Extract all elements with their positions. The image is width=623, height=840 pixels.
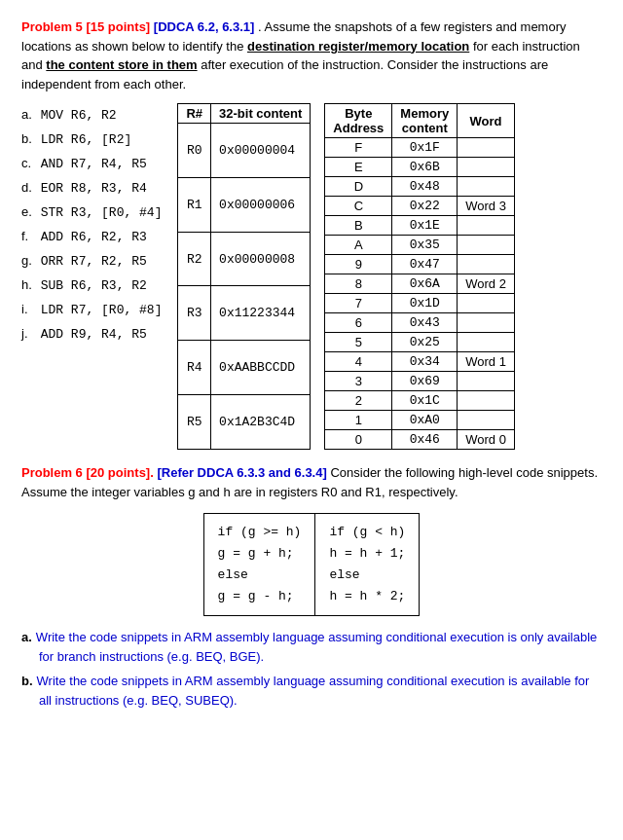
register-table-row: R00x00000004	[178, 124, 311, 178]
tables-area: R#32-bit contentR00x00000004R10x00000006…	[177, 103, 602, 450]
memory-table-cell	[458, 411, 515, 430]
register-table-cell: 0x11223344	[211, 286, 311, 341]
problem5-reference: [DDCA 6.2, 6.3.1]	[154, 19, 255, 34]
memory-table-cell: 0x1F	[392, 138, 458, 158]
memory-table-cell: 0x22	[392, 197, 458, 216]
memory-table-row: A0x35	[325, 236, 515, 255]
memory-table-row: 40x34Word 1	[325, 352, 515, 372]
register-table: R#32-bit contentR00x00000004R10x00000006…	[177, 103, 311, 450]
memory-table-row: F0x1F	[325, 138, 515, 158]
problem5-title: Problem 5 [15 points]	[21, 19, 150, 34]
memory-table-cell: 3	[325, 372, 392, 391]
code-line: g = g + h;	[218, 543, 302, 565]
sub-item: a.Write the code snippets in ARM assembl…	[21, 628, 602, 666]
register-table-cell: 0xAABBCCDD	[211, 341, 311, 395]
problem5-content: a. MOV R6, R2b. LDR R6, [R2]c. AND R7, R…	[21, 103, 602, 450]
memory-table-row: 00x46Word 0	[325, 430, 515, 450]
memory-table-cell: 4	[325, 352, 392, 372]
memory-table-cell: 0x1E	[392, 216, 458, 236]
instruction-item: i. LDR R7, [R0, #8]	[21, 298, 162, 322]
memory-table-row: 60x43	[325, 313, 515, 333]
memory-table-cell: 0x35	[392, 236, 458, 255]
code-line: else	[218, 565, 302, 586]
memory-table-cell: 0x1C	[392, 391, 458, 411]
code-line: h = h + 1;	[329, 543, 405, 565]
register-table-row: R20x00000008	[178, 232, 311, 286]
code-line: h = h * 2;	[329, 586, 405, 607]
memory-table-header: Memorycontent	[392, 104, 458, 138]
register-table-cell: 0x00000004	[211, 124, 311, 178]
memory-table-cell: 1	[325, 411, 392, 430]
code-boxes: if (g >= h) g = g + h;else g = g - h;if …	[80, 513, 543, 616]
memory-table-cell	[458, 372, 515, 391]
memory-table-row: 80x6AWord 2	[325, 274, 515, 294]
code-line: else	[329, 565, 405, 586]
instruction-item: j. ADD R9, R4, R5	[21, 322, 162, 347]
memory-table-header: Word	[458, 104, 515, 138]
memory-table-cell: 7	[325, 294, 392, 313]
memory-table-row: 70x1D	[325, 294, 515, 313]
memory-table-row: 10xA0	[325, 411, 515, 430]
sub-item-text: Write the code snippets in ARM assembly …	[36, 630, 597, 664]
memory-table-cell: 0x6B	[392, 158, 458, 177]
memory-table-cell: 0xA0	[392, 411, 458, 430]
memory-table-row: E0x6B	[325, 158, 515, 177]
memory-table-cell	[458, 177, 515, 197]
register-table-row: R50x1A2B3C4D	[178, 395, 311, 450]
memory-table-cell: D	[325, 177, 392, 197]
code-line: if (g >= h)	[218, 522, 302, 543]
memory-table-cell: 5	[325, 333, 392, 352]
memory-table-cell: 0x34	[392, 352, 458, 372]
problem5-content-store: the content store in them	[46, 57, 197, 72]
register-table-row: R40xAABBCCDD	[178, 341, 311, 395]
memory-table-cell	[458, 333, 515, 352]
memory-table-row: 90x47	[325, 255, 515, 274]
memory-table-row: D0x48	[325, 177, 515, 197]
memory-table-row: C0x22Word 3	[325, 197, 515, 216]
memory-table-cell	[458, 138, 515, 158]
sub-items-list: a.Write the code snippets in ARM assembl…	[21, 628, 602, 710]
register-table-cell: R3	[178, 286, 211, 341]
sub-item-text: Write the code snippets in ARM assembly …	[37, 674, 590, 708]
memory-table-cell: E	[325, 158, 392, 177]
problem5-destination: destination register/memory location	[247, 39, 469, 54]
register-table-cell: 0x00000006	[211, 177, 311, 232]
memory-table-cell	[458, 255, 515, 274]
register-table-row: R10x00000006	[178, 177, 311, 232]
memory-table-cell: F	[325, 138, 392, 158]
memory-table-cell: B	[325, 216, 392, 236]
memory-table: ByteAddressMemorycontentWordF0x1FE0x6BD0…	[324, 103, 515, 450]
instruction-item: h. SUB R6, R3, R2	[21, 274, 162, 298]
problem6-reference: [Refer DDCA 6.3.3 and 6.3.4]	[157, 465, 326, 480]
memory-table-cell: 0x1D	[392, 294, 458, 313]
register-table-header: 32-bit content	[211, 104, 311, 124]
instruction-item: c. AND R7, R4, R5	[21, 152, 162, 176]
memory-table-cell: 6	[325, 313, 392, 333]
memory-table-cell: 2	[325, 391, 392, 411]
memory-table-cell: 0x43	[392, 313, 458, 333]
instruction-item: a. MOV R6, R2	[21, 103, 162, 128]
memory-table-cell	[458, 236, 515, 255]
memory-table-cell: Word 2	[458, 274, 515, 294]
memory-table-row: 20x1C	[325, 391, 515, 411]
register-table-cell: R1	[178, 177, 211, 232]
problem6-section: Problem 6 [20 points]. [Refer DDCA 6.3.3…	[21, 463, 602, 710]
memory-table-cell: 0x48	[392, 177, 458, 197]
memory-table-row: B0x1E	[325, 216, 515, 236]
instructions-list: a. MOV R6, R2b. LDR R6, [R2]c. AND R7, R…	[21, 103, 162, 450]
instruction-item: f. ADD R6, R2, R3	[21, 225, 162, 249]
memory-table-cell: Word 0	[458, 430, 515, 450]
problem5-header: Problem 5 [15 points] [DDCA 6.2, 6.3.1] …	[21, 18, 602, 93]
register-table-cell: R0	[178, 124, 211, 178]
instruction-item: b. LDR R6, [R2]	[21, 128, 162, 152]
memory-table-cell: A	[325, 236, 392, 255]
memory-table-cell: 0x46	[392, 430, 458, 450]
code-box: if (g >= h) g = g + h;else g = g - h;	[203, 513, 315, 616]
memory-table-cell: Word 1	[458, 352, 515, 372]
memory-table-cell: 8	[325, 274, 392, 294]
register-table-row: R30x11223344	[178, 286, 311, 341]
instruction-item: d. EOR R8, R3, R4	[21, 176, 162, 201]
code-box: if (g < h) h = h + 1;else h = h * 2;	[314, 513, 420, 616]
sub-item: b.Write the code snippets in ARM assembl…	[21, 672, 602, 710]
memory-table-cell	[458, 391, 515, 411]
